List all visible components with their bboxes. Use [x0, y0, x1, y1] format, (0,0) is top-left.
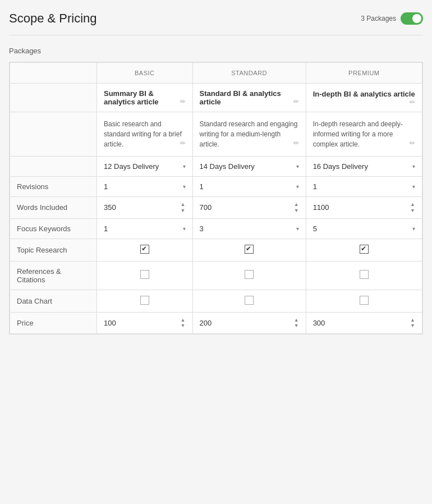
page: Scope & Pricing 3 Packages Packages BASI…: [0, 0, 432, 504]
standard-price-stepper[interactable]: 200 ▲ ▼: [200, 317, 299, 329]
basic-price-arrows[interactable]: ▲ ▼: [181, 317, 186, 329]
header-divider: [9, 35, 423, 35]
standard-price-up[interactable]: ▲: [294, 317, 299, 323]
premium-revision-cell[interactable]: 1 ▾: [306, 177, 422, 197]
standard-revision-cell[interactable]: 1 ▾: [192, 177, 306, 197]
price-label: Price: [10, 312, 97, 334]
standard-data-chart-cell[interactable]: [192, 290, 306, 312]
standard-keywords-select[interactable]: 3 ▾: [200, 224, 299, 233]
basic-price-stepper[interactable]: 100 ▲ ▼: [104, 317, 186, 329]
standard-price-arrows[interactable]: ▲ ▼: [294, 317, 299, 329]
topic-research-label: Topic Research: [10, 239, 97, 261]
premium-words-up[interactable]: ▲: [410, 201, 415, 208]
basic-title-edit-icon[interactable]: ✏: [180, 98, 186, 106]
basic-keywords-cell[interactable]: 1 ▾: [97, 218, 193, 239]
premium-words-down[interactable]: ▼: [410, 208, 415, 214]
basic-desc-cell: Basic research and standard writing for …: [97, 112, 193, 157]
basic-words-down[interactable]: ▼: [181, 208, 186, 214]
premium-desc-cell: In-depth research and deeply-informed wr…: [306, 112, 422, 157]
packages-toggle[interactable]: [401, 12, 423, 25]
words-label: Words Included: [10, 197, 97, 219]
delivery-label-cell: [10, 157, 97, 177]
standard-words-up[interactable]: ▲: [294, 201, 299, 208]
premium-price-down[interactable]: ▼: [410, 323, 415, 329]
premium-references-checkbox[interactable]: [360, 270, 369, 279]
premium-references-cell[interactable]: [306, 261, 422, 290]
standard-revision-value: 1: [200, 182, 204, 191]
standard-price-down[interactable]: ▼: [294, 323, 299, 329]
premium-words-arrows[interactable]: ▲ ▼: [410, 201, 415, 214]
standard-topic-research-checkbox[interactable]: [245, 245, 254, 254]
standard-title-edit-icon[interactable]: ✏: [293, 98, 299, 106]
pkg-title-row: Summary BI & analytics article ✏ Standar…: [10, 84, 422, 112]
references-row: References & Citations: [10, 261, 422, 290]
basic-keywords-value: 1: [104, 224, 108, 233]
standard-references-cell[interactable]: [192, 261, 306, 290]
standard-revision-arrow: ▾: [296, 184, 299, 190]
price-row: Price 100 ▲ ▼ 200: [10, 312, 422, 334]
standard-keywords-cell[interactable]: 3 ▾: [192, 218, 306, 239]
premium-delivery-select[interactable]: 16 Days Delivery ▾: [313, 162, 415, 171]
basic-revision-cell[interactable]: 1 ▾: [97, 177, 193, 197]
standard-revision-select[interactable]: 1 ▾: [200, 182, 299, 191]
basic-words-arrows[interactable]: ▲ ▼: [181, 201, 186, 214]
basic-words-up[interactable]: ▲: [181, 201, 186, 208]
premium-price-up[interactable]: ▲: [410, 317, 415, 323]
basic-topic-research-checkbox[interactable]: [140, 245, 149, 254]
premium-revision-arrow: ▾: [412, 184, 415, 190]
standard-references-checkbox[interactable]: [245, 270, 254, 279]
premium-revision-select[interactable]: 1 ▾: [313, 182, 415, 191]
basic-title-cell: Summary BI & analytics article ✏: [97, 84, 193, 112]
premium-desc-edit-icon[interactable]: ✏: [410, 139, 415, 147]
standard-delivery-select[interactable]: 14 Days Delivery ▾: [200, 162, 299, 171]
premium-keywords-cell[interactable]: 5 ▾: [306, 218, 422, 239]
basic-delivery-cell[interactable]: 12 Days Delivery ▾: [97, 157, 193, 177]
premium-title-edit-icon[interactable]: ✏: [410, 98, 415, 106]
standard-col-header: STANDARD: [192, 63, 306, 84]
basic-price-up[interactable]: ▲: [181, 317, 186, 323]
delivery-row: 12 Days Delivery ▾ 14 Days Delivery ▾ 16…: [10, 157, 422, 177]
basic-desc-edit-icon[interactable]: ✏: [180, 139, 186, 147]
basic-topic-research-cell[interactable]: [97, 239, 193, 261]
basic-data-chart-cell[interactable]: [97, 290, 193, 312]
premium-data-chart-cell[interactable]: [306, 290, 422, 312]
basic-references-cell[interactable]: [97, 261, 193, 290]
premium-topic-research-cell[interactable]: [306, 239, 422, 261]
premium-words-stepper[interactable]: 1100 ▲ ▼: [313, 201, 415, 214]
standard-desc-edit-icon[interactable]: ✏: [293, 139, 299, 147]
premium-col-header: PREMIUM: [306, 63, 422, 84]
header-right: 3 Packages: [361, 12, 423, 25]
basic-data-chart-checkbox[interactable]: [140, 296, 149, 305]
basic-revision-select[interactable]: 1 ▾: [104, 182, 186, 191]
basic-keywords-select[interactable]: 1 ▾: [104, 224, 186, 233]
premium-keywords-select[interactable]: 5 ▾: [313, 224, 415, 233]
standard-keywords-arrow: ▾: [296, 226, 299, 232]
standard-price-value: 200: [200, 319, 212, 327]
standard-keywords-value: 3: [200, 224, 204, 233]
standard-data-chart-checkbox[interactable]: [245, 296, 254, 305]
pkg-title-label-cell: [10, 84, 97, 112]
basic-delivery-select[interactable]: 12 Days Delivery ▾: [104, 162, 186, 171]
standard-price-cell: 200 ▲ ▼: [192, 312, 306, 334]
pricing-table: BASIC STANDARD PREMIUM Summary BI & anal…: [10, 62, 422, 334]
basic-revision-value: 1: [104, 182, 108, 191]
standard-words-down[interactable]: ▼: [294, 208, 299, 214]
premium-topic-research-checkbox[interactable]: [360, 245, 369, 254]
basic-references-checkbox[interactable]: [140, 270, 149, 279]
premium-delivery-cell[interactable]: 16 Days Delivery ▾: [306, 157, 422, 177]
standard-delivery-cell[interactable]: 14 Days Delivery ▾: [192, 157, 306, 177]
standard-words-arrows[interactable]: ▲ ▼: [294, 201, 299, 214]
premium-price-arrows[interactable]: ▲ ▼: [410, 317, 415, 329]
premium-price-stepper[interactable]: 300 ▲ ▼: [313, 317, 415, 329]
standard-delivery-value: 14 Days Delivery: [200, 162, 255, 171]
basic-words-cell: 350 ▲ ▼: [97, 197, 193, 219]
basic-words-stepper[interactable]: 350 ▲ ▼: [104, 201, 186, 214]
premium-data-chart-checkbox[interactable]: [360, 296, 369, 305]
revisions-label: Revisions: [10, 177, 97, 197]
standard-topic-research-cell[interactable]: [192, 239, 306, 261]
standard-words-stepper[interactable]: 700 ▲ ▼: [200, 201, 299, 214]
basic-words-value: 350: [104, 203, 116, 212]
focus-keywords-row: Focus Keywords 1 ▾ 3 ▾: [10, 218, 422, 239]
basic-price-down[interactable]: ▼: [181, 323, 186, 329]
basic-price-value: 100: [104, 319, 116, 327]
